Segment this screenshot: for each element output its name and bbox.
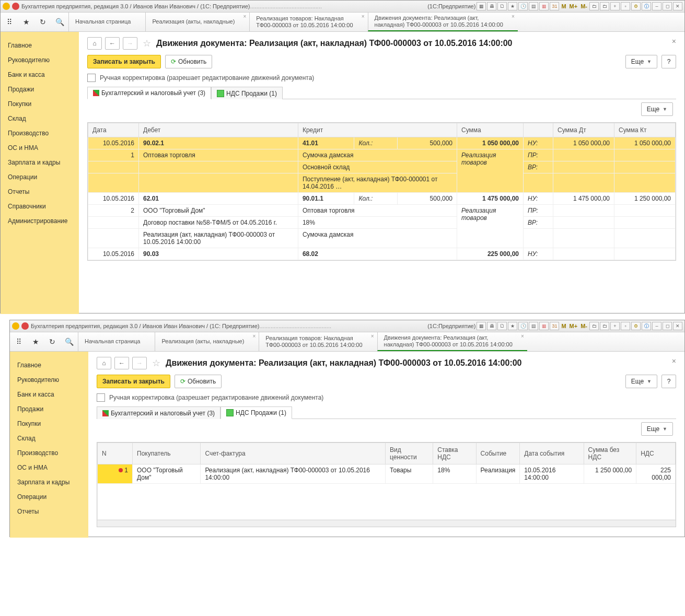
tab-close-icon[interactable]: ×	[362, 14, 365, 20]
save-close-button[interactable]: Записать и закрыть	[97, 375, 170, 388]
col-n[interactable]: N	[98, 443, 133, 464]
help-button[interactable]: ?	[661, 55, 676, 68]
calendar-icon[interactable]: 31	[550, 322, 559, 330]
save-close-button[interactable]: Записать и закрыть	[87, 55, 161, 68]
close-icon[interactable]: ✕	[673, 2, 682, 10]
sidebar-item[interactable]: Банк и касса	[1, 67, 79, 82]
tool-btn[interactable]: 🗀	[589, 2, 599, 10]
minimize-icon[interactable]: –	[652, 2, 661, 10]
sidebar-item[interactable]: Администрирование	[1, 214, 79, 228]
tool-btn[interactable]: 🗀	[589, 322, 599, 330]
subtab-vat[interactable]: НДС Продажи (1)	[220, 406, 292, 419]
apps-icon[interactable]: ⠿	[5, 17, 14, 27]
more-button[interactable]: Еще▼	[625, 55, 657, 68]
tool-btn[interactable]: +	[610, 322, 620, 330]
tab-close-icon[interactable]: ×	[512, 14, 515, 20]
col-sum[interactable]: Сумма без НДС	[584, 443, 636, 464]
sidebar-item[interactable]: Отчеты	[1, 184, 79, 199]
tool-btn[interactable]: ▤	[529, 2, 538, 10]
tab-close-icon[interactable]: ×	[243, 14, 246, 20]
col-type[interactable]: Вид ценности	[386, 443, 433, 464]
grid-row[interactable]: Реализация (акт, накладная) ТФ00-000003 …	[88, 229, 676, 248]
tab-realization-doc[interactable]: Реализация товаров: НакладнаяТФ00-000003…	[259, 332, 377, 351]
refresh-button[interactable]: ⟳Обновить	[165, 55, 212, 68]
m-minus-btn[interactable]: M-	[580, 323, 587, 329]
more-button[interactable]: Еще▼	[625, 375, 657, 388]
tool-btn[interactable]: ⚙	[631, 2, 641, 10]
sidebar-item[interactable]: Производство	[10, 446, 88, 460]
sidebar-item[interactable]: Операции	[10, 490, 88, 504]
forward-icon[interactable]: →	[132, 357, 147, 369]
grid-row[interactable]: Поступление (акт, накладная) ТФ00-000001…	[88, 173, 676, 193]
search-icon[interactable]: 🔍	[64, 337, 74, 346]
col-rate[interactable]: Ставка НДС	[433, 443, 476, 464]
grid-more-button[interactable]: Еще▼	[641, 102, 673, 116]
m-plus-btn[interactable]: M+	[570, 323, 578, 329]
tool-btn[interactable]: ▫	[621, 2, 630, 10]
col-sum-kt[interactable]: Сумма Кт	[614, 123, 676, 137]
subtab-vat[interactable]: НДС Продажи (1)	[211, 87, 283, 99]
calc-icon[interactable]: ▦	[539, 322, 549, 330]
apps-icon[interactable]: ⠿	[14, 337, 24, 346]
sidebar-item[interactable]: ОС и НМА	[1, 141, 79, 155]
star-icon[interactable]: ★	[21, 17, 31, 27]
tab-movements[interactable]: Движения документа: Реализация (акт,накл…	[368, 13, 518, 31]
m-plus-btn[interactable]: M+	[570, 3, 578, 9]
subtab-accounting[interactable]: Бухгалтерский и налоговый учет (3)	[87, 87, 211, 99]
tool-btn[interactable]: 🗋	[497, 322, 507, 330]
grid-row[interactable]: 10.05.2016 62.01 90.01.1 Кол.: 500,000 1…	[88, 193, 676, 205]
calc-icon[interactable]: ▦	[539, 2, 549, 10]
maximize-icon[interactable]: ◻	[663, 322, 672, 330]
history-icon[interactable]: ↻	[38, 17, 48, 27]
col-invoice[interactable]: Счет-фактура	[201, 443, 386, 464]
help-button[interactable]: ?	[661, 375, 676, 388]
calendar-icon[interactable]: 31	[550, 2, 559, 10]
sidebar-item[interactable]: Руководителю	[10, 373, 88, 387]
manual-edit-checkbox[interactable]	[87, 74, 96, 82]
sidebar-item[interactable]: Зарплата и кадры	[10, 475, 88, 490]
sidebar-item[interactable]: Руководителю	[1, 53, 79, 67]
tool-btn[interactable]: 🗋	[497, 2, 507, 10]
sidebar-item[interactable]: Продажи	[10, 402, 88, 416]
tool-btn[interactable]: 🖶	[487, 322, 496, 330]
tab-movements[interactable]: Движения документа: Реализация (акт,накл…	[377, 332, 527, 351]
col-sum-dt[interactable]: Сумма Дт	[553, 123, 614, 137]
sidebar-item[interactable]: Операции	[1, 170, 79, 184]
forward-icon[interactable]: →	[123, 37, 137, 50]
col-credit[interactable]: Кредит	[298, 123, 457, 137]
page-close-icon[interactable]: ×	[672, 37, 676, 45]
grid-row[interactable]: 10.05.2016 90.03 68.02 225 000,00 НУ:	[88, 248, 676, 260]
tab-realization-list[interactable]: Реализация (акты, накладные)×	[155, 332, 259, 351]
sidebar-item[interactable]: ОС и НМА	[10, 460, 88, 475]
sidebar-item[interactable]: Банк и касса	[10, 387, 88, 402]
tool-btn[interactable]: 🕓	[518, 2, 528, 10]
col-vat[interactable]: НДС	[636, 443, 676, 464]
col-tag[interactable]	[524, 123, 553, 137]
tab-realization-doc[interactable]: Реализация товаров: НакладнаяТФ00-000003…	[249, 13, 367, 31]
back-icon[interactable]: ←	[114, 357, 129, 369]
maximize-icon[interactable]: ◻	[663, 2, 672, 10]
tool-btn[interactable]: ▦	[477, 322, 486, 330]
sidebar-item[interactable]: Продажи	[1, 82, 79, 97]
m-btn[interactable]: M	[561, 323, 566, 329]
back-icon[interactable]: ←	[105, 37, 120, 50]
horizontal-scrollbar[interactable]	[97, 520, 676, 527]
tab-close-icon[interactable]: ×	[371, 333, 374, 340]
star-icon[interactable]: ★	[31, 337, 40, 346]
tool-btn[interactable]: ▫	[621, 322, 630, 330]
col-sum[interactable]: Сумма	[457, 123, 524, 137]
tab-close-icon[interactable]: ×	[252, 333, 256, 340]
sidebar-item[interactable]: Справочники	[1, 199, 79, 214]
col-debit[interactable]: Дебет	[139, 123, 298, 137]
favorite-icon[interactable]: ☆	[143, 38, 151, 49]
sidebar-item[interactable]: Зарплата и кадры	[1, 155, 79, 170]
sidebar-item[interactable]: Производство	[1, 126, 79, 141]
col-date[interactable]: Дата	[88, 123, 139, 137]
grid-more-button[interactable]: Еще▼	[641, 422, 673, 436]
sidebar-item[interactable]: Склад	[1, 111, 79, 126]
search-icon[interactable]: 🔍	[55, 17, 64, 27]
tool-btn[interactable]: +	[610, 2, 620, 10]
sidebar-item[interactable]: Главное	[1, 38, 79, 53]
close-icon[interactable]: ✕	[673, 322, 682, 330]
minimize-icon[interactable]: –	[652, 322, 661, 330]
